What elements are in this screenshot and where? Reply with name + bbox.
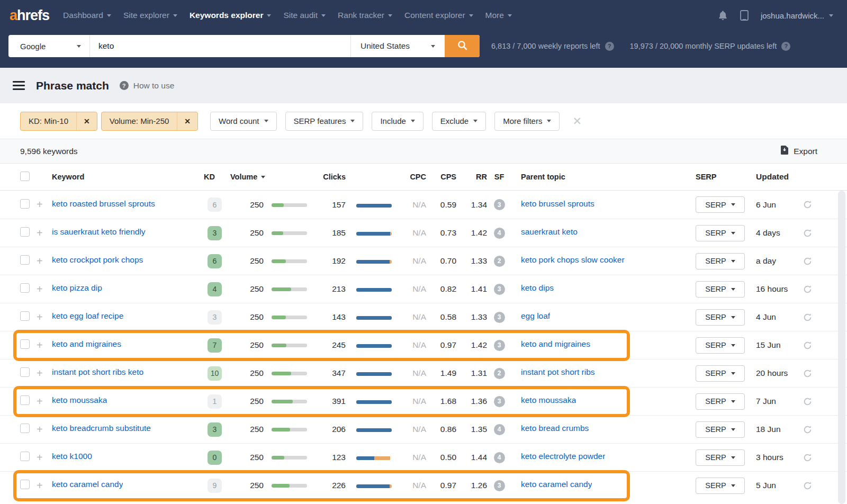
x-icon[interactable]: ✕ bbox=[76, 112, 97, 130]
question-circle-icon[interactable]: ? bbox=[605, 42, 614, 51]
filter-dropdown-include[interactable]: Include bbox=[372, 112, 423, 131]
keyword-link[interactable]: instant pot short ribs keto bbox=[52, 367, 143, 377]
serp-dropdown-button[interactable]: SERP bbox=[696, 309, 745, 326]
keyword-link[interactable]: keto moussaka bbox=[52, 395, 107, 405]
row-checkbox[interactable] bbox=[20, 424, 30, 433]
keyword-link[interactable]: keto k1000 bbox=[52, 452, 92, 461]
user-menu[interactable]: joshua.hardwick... bbox=[761, 11, 833, 20]
refresh-icon[interactable] bbox=[796, 285, 819, 294]
serp-dropdown-button[interactable]: SERP bbox=[696, 393, 745, 410]
serp-dropdown-button[interactable]: SERP bbox=[696, 253, 745, 269]
search-engine-select[interactable]: Google bbox=[8, 35, 90, 57]
filter-dropdown-more-filters[interactable]: More filters bbox=[494, 112, 560, 131]
refresh-icon[interactable] bbox=[796, 313, 819, 322]
keyword-link[interactable]: keto and migraines bbox=[52, 339, 121, 349]
parent-topic-link[interactable]: keto pork chops slow cooker bbox=[521, 255, 625, 265]
serp-dropdown-button[interactable]: SERP bbox=[696, 365, 745, 382]
refresh-icon[interactable] bbox=[796, 229, 819, 238]
refresh-icon[interactable] bbox=[796, 453, 819, 462]
question-circle-icon[interactable]: ? bbox=[781, 42, 790, 51]
col-kd[interactable]: KD bbox=[203, 173, 227, 181]
clear-filters-button[interactable]: ✕ bbox=[572, 115, 582, 128]
tablet-icon[interactable] bbox=[739, 10, 750, 21]
country-select[interactable]: United States bbox=[350, 35, 445, 57]
nav-item-site-audit[interactable]: Site audit bbox=[283, 11, 326, 20]
how-to-use-link[interactable]: ? How to use bbox=[120, 81, 175, 91]
plus-icon[interactable]: + bbox=[35, 283, 52, 295]
serp-dropdown-button[interactable]: SERP bbox=[696, 449, 745, 466]
ahrefs-logo[interactable]: ahrefs bbox=[10, 7, 49, 24]
plus-icon[interactable]: + bbox=[35, 339, 52, 352]
serp-dropdown-button[interactable]: SERP bbox=[696, 478, 745, 494]
row-checkbox[interactable] bbox=[20, 367, 30, 377]
col-keyword[interactable]: Keyword bbox=[52, 173, 203, 181]
row-checkbox[interactable] bbox=[20, 255, 30, 265]
refresh-icon[interactable] bbox=[796, 397, 819, 406]
keyword-link[interactable]: is sauerkraut keto friendly bbox=[52, 227, 146, 237]
keyword-link[interactable]: keto egg loaf recipe bbox=[52, 311, 123, 321]
row-checkbox[interactable] bbox=[20, 480, 30, 489]
refresh-icon[interactable] bbox=[796, 425, 819, 434]
row-checkbox[interactable] bbox=[20, 227, 30, 237]
serp-dropdown-button[interactable]: SERP bbox=[696, 225, 745, 241]
search-button[interactable] bbox=[445, 35, 480, 57]
parent-topic-link[interactable]: keto caramel candy bbox=[521, 480, 592, 489]
parent-topic-link[interactable]: keto bread crumbs bbox=[521, 424, 589, 433]
row-checkbox[interactable] bbox=[20, 339, 30, 349]
filter-dropdown-word-count[interactable]: Word count bbox=[210, 112, 276, 131]
plus-icon[interactable]: + bbox=[35, 311, 52, 323]
plus-icon[interactable]: + bbox=[35, 367, 52, 380]
col-rr[interactable]: RR bbox=[456, 173, 487, 181]
nav-item-keywords-explorer[interactable]: Keywords explorer bbox=[190, 11, 272, 20]
col-updated[interactable]: Updated bbox=[747, 172, 796, 182]
plus-icon[interactable]: + bbox=[35, 395, 52, 408]
parent-topic-link[interactable]: keto moussaka bbox=[521, 395, 576, 405]
col-cpc[interactable]: CPC bbox=[392, 173, 426, 181]
col-clicks[interactable]: Clicks bbox=[307, 173, 346, 181]
parent-topic-link[interactable]: keto brussel sprouts bbox=[521, 199, 594, 209]
refresh-icon[interactable] bbox=[796, 257, 819, 266]
row-checkbox[interactable] bbox=[20, 452, 30, 461]
x-icon[interactable]: ✕ bbox=[177, 112, 197, 130]
nav-item-content-explorer[interactable]: Content explorer bbox=[404, 11, 473, 20]
serp-dropdown-button[interactable]: SERP bbox=[696, 337, 745, 354]
keyword-link[interactable]: keto caramel candy bbox=[52, 480, 123, 489]
serp-dropdown-button[interactable]: SERP bbox=[696, 196, 745, 213]
refresh-icon[interactable] bbox=[796, 369, 819, 378]
parent-topic-link[interactable]: sauerkraut keto bbox=[521, 227, 578, 237]
hamburger-icon[interactable] bbox=[13, 81, 25, 90]
bell-icon[interactable] bbox=[718, 10, 728, 21]
filter-dropdown-exclude[interactable]: Exclude bbox=[432, 112, 486, 131]
nav-item-more[interactable]: More bbox=[485, 11, 512, 20]
col-volume-sort[interactable]: Volume bbox=[230, 173, 265, 181]
keyword-link[interactable]: keto breadcrumb substitute bbox=[52, 424, 151, 433]
vertical-scrollbar[interactable] bbox=[838, 191, 845, 504]
row-checkbox[interactable] bbox=[20, 199, 30, 209]
keyword-link[interactable]: keto crockpot pork chops bbox=[52, 255, 143, 265]
row-checkbox[interactable] bbox=[20, 311, 30, 321]
parent-topic-link[interactable]: instant pot short ribs bbox=[521, 367, 595, 377]
parent-topic-link[interactable]: egg loaf bbox=[521, 311, 550, 321]
export-button[interactable]: Export bbox=[780, 145, 817, 157]
plus-icon[interactable]: + bbox=[35, 227, 52, 239]
col-parent-topic[interactable]: Parent topic bbox=[511, 173, 686, 181]
col-sf[interactable]: SF bbox=[487, 173, 511, 181]
nav-item-rank-tracker[interactable]: Rank tracker bbox=[338, 11, 392, 20]
col-cps[interactable]: CPS bbox=[426, 173, 456, 181]
select-all-checkbox[interactable] bbox=[20, 172, 30, 181]
row-checkbox[interactable] bbox=[20, 395, 30, 405]
nav-item-site-explorer[interactable]: Site explorer bbox=[123, 11, 177, 20]
keyword-link[interactable]: keto roasted brussel sprouts bbox=[52, 199, 155, 209]
parent-topic-link[interactable]: keto dips bbox=[521, 283, 554, 293]
row-checkbox[interactable] bbox=[20, 283, 30, 293]
serp-dropdown-button[interactable]: SERP bbox=[696, 281, 745, 298]
serp-dropdown-button[interactable]: SERP bbox=[696, 421, 745, 438]
refresh-icon[interactable] bbox=[796, 200, 819, 209]
plus-icon[interactable]: + bbox=[35, 452, 52, 464]
plus-icon[interactable]: + bbox=[35, 480, 52, 492]
keyword-link[interactable]: keto pizza dip bbox=[52, 283, 102, 293]
plus-icon[interactable]: + bbox=[35, 424, 52, 436]
filter-dropdown-serp-features[interactable]: SERP features bbox=[285, 112, 364, 131]
plus-icon[interactable]: + bbox=[35, 199, 52, 211]
nav-item-dashboard[interactable]: Dashboard bbox=[63, 11, 111, 20]
